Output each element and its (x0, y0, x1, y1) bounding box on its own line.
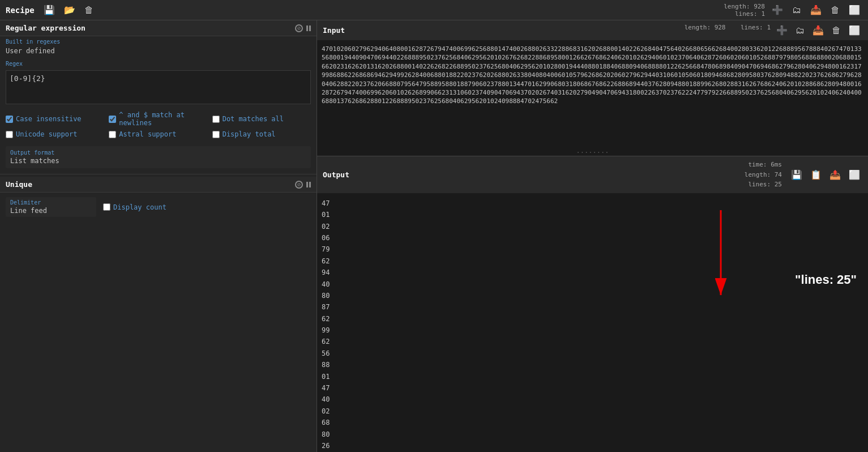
unicode-support-option[interactable]: Unicode support (6, 130, 104, 138)
lines-label: lines: (741, 24, 763, 31)
delimiter-label: Delimiter (10, 199, 92, 206)
delimiter-box[interactable]: Delimiter Line feed (6, 197, 96, 217)
input-length-display: length: 928 lines: 1 (724, 3, 765, 18)
output-line: 62 (322, 336, 863, 347)
case-insensitive-label: Case insensitive (16, 115, 82, 123)
output-line: 80 (322, 290, 863, 301)
input-header-icons-top: ➕ 🗂 📥 🗑 ⬜ (769, 3, 862, 16)
right-panel: Input length: 928 lines: 1 ➕ 🗂 📥 🗑 ⬜ (317, 20, 868, 452)
input-section: Input length: 928 lines: 1 ➕ 🗂 📥 🗑 ⬜ (317, 20, 868, 156)
output-save-button[interactable]: 💾 (789, 168, 805, 181)
unique-pause-icon[interactable] (306, 182, 311, 187)
astral-support-label: Astral support (119, 130, 176, 138)
regex-input[interactable]: [0-9]{2} (6, 70, 311, 104)
and-dollar-label: ^ and $ match at newlines (119, 111, 207, 127)
input-length-value: 928 (754, 3, 765, 10)
dot-matches-all-checkbox[interactable] (212, 116, 220, 123)
output-line: 47 (322, 198, 863, 209)
top-bar-left: Recipe 💾 📂 🗑 (6, 3, 96, 16)
input-length-info-top: length: 928 lines: 1 ➕ 🗂 📥 🗑 ⬜ (724, 3, 862, 18)
output-format-box[interactable]: Output format List matches (6, 146, 311, 168)
output-format-label: Output format (10, 150, 306, 156)
unique-disable-icon[interactable]: ⊘ (295, 181, 303, 189)
add-input-button[interactable]: ➕ (769, 3, 785, 16)
output-line: 62 (322, 313, 863, 325)
output-line: 94 (322, 267, 863, 278)
delete-button[interactable]: 🗑 (82, 4, 96, 16)
output-content[interactable]: 4701020679629440808762996256880147400268… (317, 193, 868, 452)
len-value: 928 (715, 24, 726, 31)
folder-input-button[interactable]: 🗂 (790, 4, 803, 16)
display-count-checkbox[interactable] (103, 203, 110, 211)
input-content[interactable]: 4701020602796294064080016287267947400699… (317, 40, 868, 146)
output-format-value: List matches (10, 157, 306, 165)
len-label: length: (685, 24, 711, 31)
input-lines-label: lines: (735, 10, 758, 18)
dots-separator: ........ (317, 146, 868, 156)
output-line: 68 (322, 417, 863, 428)
input-delete-button[interactable]: 🗑 (829, 24, 843, 37)
output-line: 02 (322, 221, 863, 232)
output-header-icons: 💾 📋 📤 ⬜ (789, 168, 862, 181)
input-length-info: length: 928 lines: 1 (685, 24, 771, 37)
output-line: 80 (322, 429, 863, 440)
output-line: 40 (322, 279, 863, 290)
output-time-value: 6ms (771, 161, 782, 168)
output-copy-button[interactable]: 📋 (808, 168, 824, 181)
main-layout: Regular expression ⊘ Built in regexes Us… (0, 20, 868, 452)
input-title: Input (323, 26, 345, 35)
unique-options-row: Delimiter Line feed Display count (0, 193, 317, 219)
left-panel: Regular expression ⊘ Built in regexes Us… (0, 20, 317, 452)
output-line: 02 (322, 406, 863, 417)
input-add-button[interactable]: ➕ (774, 24, 790, 37)
regex-section-header: Regular expression ⊘ (0, 20, 317, 36)
display-total-option[interactable]: Display total (212, 130, 311, 138)
astral-support-checkbox[interactable] (109, 131, 116, 138)
case-insensitive-checkbox[interactable] (6, 116, 13, 123)
divider (0, 174, 317, 174)
regex-pause-icon[interactable] (306, 25, 311, 31)
output-line: 79 (322, 244, 863, 255)
input-import-button[interactable]: 📥 (810, 24, 826, 37)
output-length-label: length: (745, 171, 771, 178)
regex-label: Regex (0, 58, 317, 68)
options-grid: Case insensitive ^ and $ match at newlin… (0, 106, 317, 143)
regex-section-icons: ⊘ (295, 24, 311, 32)
regex-disable-icon[interactable]: ⊘ (295, 24, 303, 32)
output-lines-value: 25 (775, 181, 782, 188)
expand-input-button[interactable]: ⬜ (846, 3, 862, 16)
input-expand-button[interactable]: ⬜ (846, 24, 862, 37)
save-button[interactable]: 💾 (41, 3, 57, 16)
output-expand-button[interactable]: ⬜ (846, 168, 862, 181)
dot-matches-all-option[interactable]: Dot matches all (212, 111, 311, 127)
input-header: Input length: 928 lines: 1 ➕ 🗂 📥 🗑 ⬜ (317, 20, 868, 40)
import-input-button[interactable]: 📥 (808, 3, 824, 16)
astral-support-option[interactable]: Astral support (109, 130, 207, 138)
output-line: 87 (322, 301, 863, 313)
and-dollar-option[interactable]: ^ and $ match at newlines (109, 111, 207, 127)
annotation-arrow-svg (698, 204, 743, 306)
display-total-label: Display total (223, 130, 276, 138)
display-count-option[interactable]: Display count (103, 203, 166, 211)
dot-matches-all-label: Dot matches all (223, 115, 284, 123)
display-total-checkbox[interactable] (212, 131, 220, 138)
input-lines-value: 1 (761, 10, 765, 18)
unique-section-icons: ⊘ (295, 181, 311, 189)
open-button[interactable]: 📂 (62, 3, 78, 16)
built-in-value[interactable]: User defined (0, 46, 317, 58)
unicode-support-checkbox[interactable] (6, 131, 13, 138)
unique-section: Unique ⊘ Delimiter Line feed Display cou… (0, 177, 317, 224)
and-dollar-checkbox[interactable] (109, 116, 116, 123)
output-export-button[interactable]: 📤 (827, 168, 843, 181)
input-text: 4701020602796294064080016287267947400699… (322, 45, 862, 105)
output-line: 40 (322, 394, 863, 405)
case-insensitive-option[interactable]: Case insensitive (6, 111, 104, 127)
top-bar: Recipe 💾 📂 🗑 length: 928 lines: 1 ➕ 🗂 📥 … (0, 0, 868, 20)
display-count-label: Display count (113, 203, 166, 211)
input-folder-button[interactable]: 🗂 (793, 24, 807, 37)
delete-input-button[interactable]: 🗑 (828, 4, 842, 16)
output-line: 01 (322, 371, 863, 382)
output-section: Output time: 6ms length: 74 lines: 25 💾 (317, 156, 868, 452)
recipe-toolbar-icons: 💾 📂 🗑 (41, 3, 96, 16)
output-line: 26 (322, 440, 863, 451)
